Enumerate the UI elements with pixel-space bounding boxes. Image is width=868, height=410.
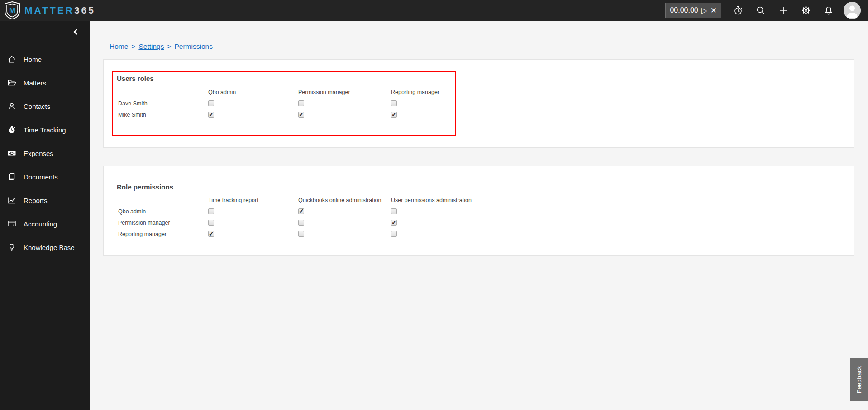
users-roles-title: Users roles [117, 75, 154, 82]
notifications-button[interactable] [817, 0, 840, 21]
credit-card-icon [7, 219, 17, 228]
sidebar-item-label: Expenses [24, 150, 53, 157]
sidebar-item-label: Knowledge Base [24, 244, 75, 251]
sidebar-item-knowledge-base[interactable]: Knowledge Base [0, 236, 90, 259]
breadcrumb: Home>Settings>Permissions [110, 42, 213, 51]
settings-gear-icon [801, 5, 811, 16]
column-header-permission-manager: Permission manager [298, 86, 391, 98]
checkbox-dave-smith-reporting-manager[interactable] [391, 100, 397, 106]
chevron-left-icon [72, 28, 79, 35]
checkbox-cell [391, 109, 844, 120]
app-logo[interactable]: M MATTER365 [5, 1, 95, 19]
checkbox-mike-smith-reporting-manager[interactable] [391, 112, 397, 118]
checkbox-cell [208, 228, 298, 240]
row-label-reporting-manager: Reporting manager [118, 228, 208, 240]
banknote-icon [7, 149, 17, 158]
documents-icon [7, 172, 17, 181]
column-header-time-tracking-report: Time tracking report [208, 194, 298, 206]
row-label-dave-smith: Dave Smith [118, 98, 208, 109]
breadcrumb-link-home[interactable]: Home [110, 42, 128, 50]
sidebar-item-time-tracking[interactable]: Time Tracking [0, 118, 90, 141]
checkbox-qbo-admin-time-tracking-report[interactable] [208, 208, 214, 214]
brand-name: MATTER365 [24, 5, 95, 16]
sidebar-item-reports[interactable]: Reports [0, 189, 90, 212]
person-icon [7, 102, 17, 111]
checkbox-mike-smith-permission-manager[interactable] [298, 112, 304, 118]
checkbox-cell [298, 206, 391, 217]
breadcrumb-link-settings[interactable]: Settings [138, 42, 164, 50]
checkbox-reporting-manager-quickbooks-online-administration[interactable] [298, 231, 304, 237]
checkbox-dave-smith-qbo-admin[interactable] [208, 100, 214, 106]
sidebar-item-label: Documents [24, 173, 58, 181]
role-permissions-table: Time tracking reportQuickbooks online ad… [118, 194, 844, 240]
column-header-reporting-manager: Reporting manager [391, 86, 844, 98]
checkbox-permission-manager-quickbooks-online-administration[interactable] [298, 220, 304, 226]
folder-icon [7, 78, 17, 87]
column-header-quickbooks-online-administration: Quickbooks online administration [298, 194, 391, 206]
user-avatar[interactable] [844, 2, 861, 19]
sidebar-item-contacts[interactable]: Contacts [0, 94, 90, 118]
checkbox-cell [298, 228, 391, 240]
feedback-tab-label: Feedback [856, 366, 863, 393]
users-roles-panel: Users roles Qbo adminPermission managerR… [103, 59, 854, 148]
settings-button[interactable] [795, 0, 817, 21]
home-icon [7, 55, 17, 64]
checkbox-cell [298, 109, 391, 120]
sidebar-item-home[interactable]: Home [0, 47, 90, 71]
chart-icon [7, 196, 17, 205]
sidebar-nav: HomeMattersContactsTime TrackingExpenses… [0, 47, 90, 259]
sidebar-item-expenses[interactable]: Expenses [0, 141, 90, 165]
checkbox-reporting-manager-user-permissions-administration[interactable] [391, 231, 397, 237]
checkbox-cell [208, 217, 298, 228]
column-header-spacer [118, 86, 208, 98]
checkbox-permission-manager-time-tracking-report[interactable] [208, 220, 214, 226]
sidebar-item-label: Matters [24, 79, 46, 87]
checkbox-dave-smith-permission-manager[interactable] [298, 100, 304, 106]
timer-value: 00:00:00 [670, 6, 698, 14]
sidebar-collapse-button[interactable] [72, 28, 79, 35]
top-bar: M MATTER365 00:00:00 ▷ ✕ [0, 0, 868, 21]
topbar-actions: 00:00:00 ▷ ✕ [665, 0, 868, 21]
checkbox-cell [391, 206, 844, 217]
add-icon [778, 5, 789, 16]
sidebar-item-accounting[interactable]: Accounting [0, 212, 90, 236]
search-button[interactable] [749, 0, 772, 21]
stopwatch-button[interactable] [727, 0, 749, 21]
row-label-qbo-admin: Qbo admin [118, 206, 208, 217]
sidebar-item-label: Reports [24, 197, 48, 204]
add-button[interactable] [772, 0, 795, 21]
checkbox-cell [208, 98, 298, 109]
checkbox-permission-manager-user-permissions-administration[interactable] [391, 220, 397, 226]
svg-text:M: M [9, 6, 15, 15]
sidebar-item-label: Time Tracking [24, 126, 66, 134]
sidebar-item-label: Home [24, 56, 42, 63]
timer-close-icon[interactable]: ✕ [711, 7, 717, 14]
feedback-tab[interactable]: Feedback [850, 358, 868, 401]
breadcrumb-link-permissions: Permissions [175, 42, 213, 50]
column-header-spacer [118, 194, 208, 206]
timer-widget[interactable]: 00:00:00 ▷ ✕ [665, 3, 721, 18]
column-header-user-permissions-administration: User permissions administration [391, 194, 844, 206]
checkbox-cell [298, 217, 391, 228]
sidebar-item-matters[interactable]: Matters [0, 71, 90, 94]
checkbox-cell [391, 228, 844, 240]
column-header-qbo-admin: Qbo admin [208, 86, 298, 98]
lightbulb-icon [7, 243, 17, 252]
stopwatch-filled-icon [7, 125, 17, 134]
row-label-mike-smith: Mike Smith [118, 109, 208, 120]
checkbox-mike-smith-qbo-admin[interactable] [208, 112, 214, 118]
checkbox-qbo-admin-user-permissions-administration[interactable] [391, 208, 397, 214]
sidebar-item-label: Contacts [24, 103, 50, 110]
checkbox-cell [208, 109, 298, 120]
shield-logo-icon: M [5, 1, 20, 19]
checkbox-qbo-admin-quickbooks-online-administration[interactable] [298, 208, 304, 214]
main-content: Home>Settings>Permissions Users roles Qb… [90, 21, 868, 410]
breadcrumb-separator: > [167, 42, 171, 50]
checkbox-cell [298, 98, 391, 109]
timer-play-icon[interactable]: ▷ [701, 7, 707, 14]
role-permissions-panel: Role permissions Time tracking reportQui… [103, 166, 854, 256]
sidebar-item-documents[interactable]: Documents [0, 165, 90, 189]
checkbox-reporting-manager-time-tracking-report[interactable] [208, 231, 214, 237]
checkbox-cell [208, 206, 298, 217]
notifications-bell-icon [823, 5, 834, 16]
